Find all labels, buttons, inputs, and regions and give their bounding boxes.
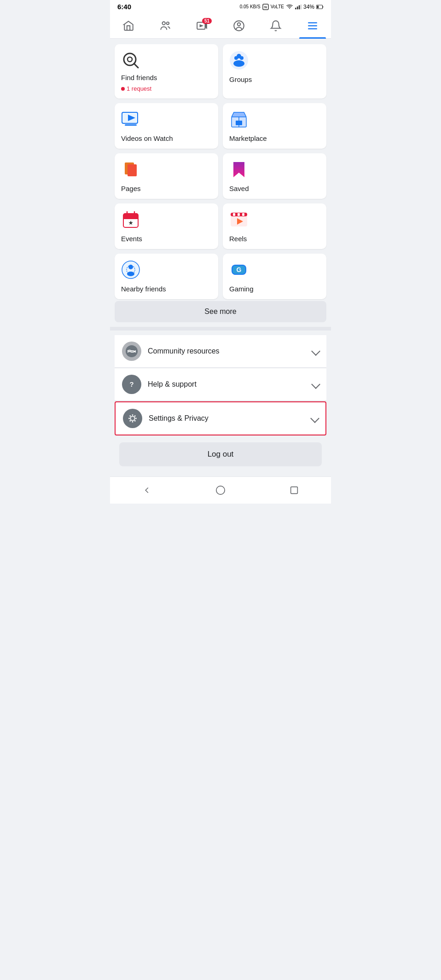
see-more-button[interactable]: See more	[115, 301, 326, 322]
nav-friends[interactable]	[152, 17, 179, 35]
settings-privacy-chevron	[310, 414, 319, 423]
handshake-icon	[125, 345, 138, 358]
menu-icon	[307, 20, 319, 32]
nearby-icon	[121, 260, 212, 281]
svg-rect-3	[297, 6, 298, 9]
svg-point-15	[238, 23, 241, 26]
circle-icon	[215, 485, 226, 495]
svg-rect-8	[317, 6, 319, 8]
svg-text:N: N	[264, 5, 267, 9]
svg-rect-30	[125, 124, 137, 126]
nearby-friends-card[interactable]: Nearby friends	[115, 254, 218, 299]
friends-icon	[159, 20, 171, 32]
battery-icon	[316, 4, 324, 10]
reels-card[interactable]: Reels	[223, 203, 326, 249]
settings-privacy-item[interactable]: Settings & Privacy	[115, 401, 326, 435]
community-resources-icon	[122, 342, 141, 361]
svg-point-59	[127, 412, 139, 424]
pages-label: Pages	[121, 185, 212, 192]
status-bar: 6:40 0.05 KB/S N VoLTE 34%	[110, 0, 331, 13]
pages-card[interactable]: Pages	[115, 153, 218, 199]
find-friends-label: Find friends	[121, 74, 212, 81]
svg-rect-46	[238, 213, 240, 216]
videos-watch-label: Videos on Watch	[121, 134, 212, 142]
saved-label: Saved	[229, 185, 320, 192]
svg-point-25	[237, 54, 241, 58]
find-friends-request: 1 request	[121, 85, 212, 92]
svg-rect-4	[299, 5, 300, 9]
svg-rect-5	[301, 4, 302, 9]
battery-text: 34%	[303, 4, 314, 10]
svg-text:G: G	[237, 266, 242, 273]
section-divider-1	[110, 327, 331, 331]
videos-watch-card[interactable]: Videos on Watch	[115, 103, 218, 149]
events-label: Events	[121, 235, 212, 243]
svg-point-26	[233, 60, 244, 67]
nav-menu[interactable]	[299, 17, 326, 35]
svg-point-69	[216, 486, 225, 494]
svg-rect-70	[291, 487, 298, 494]
back-button[interactable]	[140, 483, 154, 497]
reels-label: Reels	[229, 235, 320, 243]
help-support-chevron	[311, 380, 320, 389]
svg-point-62	[132, 421, 133, 423]
nav-notifications[interactable]	[262, 17, 289, 35]
help-support-label: Help & support	[148, 380, 313, 389]
logout-button[interactable]: Log out	[119, 442, 322, 466]
svg-marker-13	[200, 24, 204, 28]
svg-point-10	[167, 22, 169, 24]
svg-point-9	[162, 22, 166, 25]
events-icon: ★	[121, 210, 212, 231]
settings-privacy-icon	[123, 409, 142, 428]
community-resources-item[interactable]: Community resources	[115, 335, 326, 368]
request-dot	[121, 87, 125, 91]
status-time: 6:40	[117, 3, 131, 11]
network-type: VoLTE	[271, 4, 284, 9]
wifi-icon	[286, 4, 293, 10]
main-content: Find friends 1 request Groups	[110, 39, 331, 476]
square-icon	[289, 485, 299, 495]
svg-rect-2	[295, 7, 296, 9]
system-home-button[interactable]	[214, 483, 227, 497]
status-icons: 0.05 KB/S N VoLTE 34%	[240, 4, 324, 10]
gaming-label: Gaming	[229, 285, 320, 293]
gaming-card[interactable]: G Gaming	[223, 254, 326, 299]
menu-grid: Find friends 1 request Groups	[115, 44, 326, 299]
nav-bar: 51	[110, 13, 331, 39]
groups-card[interactable]: Groups	[223, 44, 326, 99]
nav-profile[interactable]	[226, 17, 252, 35]
events-card[interactable]: ★ Events	[115, 203, 218, 249]
svg-point-61	[132, 414, 133, 416]
svg-point-64	[135, 418, 137, 419]
svg-rect-36	[128, 164, 137, 176]
watch-icon	[121, 110, 212, 131]
recents-button[interactable]	[287, 483, 301, 497]
watch-badge: 51	[202, 18, 212, 24]
reels-icon	[229, 210, 320, 231]
svg-point-20	[128, 57, 132, 62]
svg-point-50	[128, 265, 133, 269]
saved-icon	[229, 160, 320, 181]
active-indicator	[299, 37, 326, 39]
svg-line-21	[134, 64, 138, 68]
svg-point-68	[134, 415, 136, 417]
svg-rect-47	[242, 213, 244, 216]
svg-point-65	[129, 415, 131, 417]
svg-rect-7	[323, 6, 324, 7]
gear-icon	[126, 412, 139, 425]
help-support-item[interactable]: ? Help & support	[115, 368, 326, 401]
find-friends-card[interactable]: Find friends 1 request	[115, 44, 218, 99]
marketplace-card[interactable]: Marketplace	[223, 103, 326, 149]
svg-rect-39	[123, 216, 138, 219]
back-icon	[142, 485, 152, 495]
svg-rect-45	[233, 213, 235, 216]
saved-card[interactable]: Saved	[223, 153, 326, 199]
nav-home[interactable]	[115, 17, 142, 35]
svg-point-63	[128, 418, 130, 419]
nav-watch[interactable]: 51	[189, 17, 215, 35]
community-resources-label: Community resources	[148, 347, 313, 355]
home-icon	[122, 20, 134, 32]
svg-point-67	[129, 420, 131, 422]
network-speed: 0.05 KB/S	[240, 4, 261, 9]
svg-point-52	[127, 272, 134, 276]
